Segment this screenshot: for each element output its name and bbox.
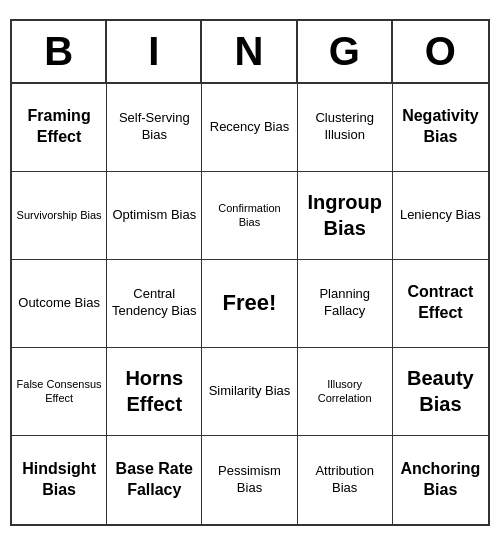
cell-text-20: Hindsight Bias bbox=[16, 459, 102, 501]
bingo-cell-12: Free! bbox=[202, 260, 297, 348]
bingo-cell-0: Framing Effect bbox=[12, 84, 107, 172]
bingo-cell-2: Recency Bias bbox=[202, 84, 297, 172]
cell-text-23: Attribution Bias bbox=[302, 463, 388, 497]
cell-text-24: Anchoring Bias bbox=[397, 459, 484, 501]
bingo-cell-16: Horns Effect bbox=[107, 348, 202, 436]
cell-text-1: Self-Serving Bias bbox=[111, 110, 197, 144]
cell-text-2: Recency Bias bbox=[210, 119, 289, 136]
cell-text-14: Contract Effect bbox=[397, 282, 484, 324]
cell-text-22: Pessimism Bias bbox=[206, 463, 292, 497]
cell-text-13: Planning Fallacy bbox=[302, 286, 388, 320]
cell-text-17: Similarity Bias bbox=[209, 383, 291, 400]
bingo-cell-11: Central Tendency Bias bbox=[107, 260, 202, 348]
bingo-cell-1: Self-Serving Bias bbox=[107, 84, 202, 172]
bingo-letter-n: N bbox=[202, 21, 297, 82]
cell-text-21: Base Rate Fallacy bbox=[111, 459, 197, 501]
bingo-cell-19: Beauty Bias bbox=[393, 348, 488, 436]
bingo-cell-9: Leniency Bias bbox=[393, 172, 488, 260]
cell-text-11: Central Tendency Bias bbox=[111, 286, 197, 320]
cell-text-0: Framing Effect bbox=[16, 106, 102, 148]
cell-text-5: Survivorship Bias bbox=[17, 208, 102, 222]
cell-text-8: Ingroup Bias bbox=[302, 189, 388, 241]
cell-text-12: Free! bbox=[223, 290, 277, 316]
bingo-cell-3: Clustering Illusion bbox=[298, 84, 393, 172]
cell-text-15: False Consensus Effect bbox=[16, 377, 102, 406]
cell-text-16: Horns Effect bbox=[111, 365, 197, 417]
bingo-cell-21: Base Rate Fallacy bbox=[107, 436, 202, 524]
bingo-cell-15: False Consensus Effect bbox=[12, 348, 107, 436]
bingo-letter-i: I bbox=[107, 21, 202, 82]
bingo-cell-20: Hindsight Bias bbox=[12, 436, 107, 524]
cell-text-9: Leniency Bias bbox=[400, 207, 481, 224]
bingo-cell-4: Negativity Bias bbox=[393, 84, 488, 172]
bingo-cell-23: Attribution Bias bbox=[298, 436, 393, 524]
bingo-cell-6: Optimism Bias bbox=[107, 172, 202, 260]
bingo-cell-24: Anchoring Bias bbox=[393, 436, 488, 524]
bingo-header: BINGO bbox=[12, 21, 488, 84]
bingo-cell-17: Similarity Bias bbox=[202, 348, 297, 436]
bingo-card: BINGO Framing EffectSelf-Serving BiasRec… bbox=[10, 19, 490, 526]
bingo-cell-8: Ingroup Bias bbox=[298, 172, 393, 260]
bingo-grid: Framing EffectSelf-Serving BiasRecency B… bbox=[12, 84, 488, 524]
cell-text-7: Confirmation Bias bbox=[206, 201, 292, 230]
bingo-letter-b: B bbox=[12, 21, 107, 82]
bingo-letter-g: G bbox=[298, 21, 393, 82]
bingo-cell-22: Pessimism Bias bbox=[202, 436, 297, 524]
bingo-cell-13: Planning Fallacy bbox=[298, 260, 393, 348]
bingo-letter-o: O bbox=[393, 21, 488, 82]
bingo-cell-10: Outcome Bias bbox=[12, 260, 107, 348]
bingo-cell-7: Confirmation Bias bbox=[202, 172, 297, 260]
bingo-cell-14: Contract Effect bbox=[393, 260, 488, 348]
cell-text-18: Illusory Correlation bbox=[302, 377, 388, 406]
cell-text-6: Optimism Bias bbox=[112, 207, 196, 224]
cell-text-10: Outcome Bias bbox=[18, 295, 100, 312]
cell-text-3: Clustering Illusion bbox=[302, 110, 388, 144]
cell-text-4: Negativity Bias bbox=[397, 106, 484, 148]
bingo-cell-5: Survivorship Bias bbox=[12, 172, 107, 260]
cell-text-19: Beauty Bias bbox=[397, 365, 484, 417]
bingo-cell-18: Illusory Correlation bbox=[298, 348, 393, 436]
